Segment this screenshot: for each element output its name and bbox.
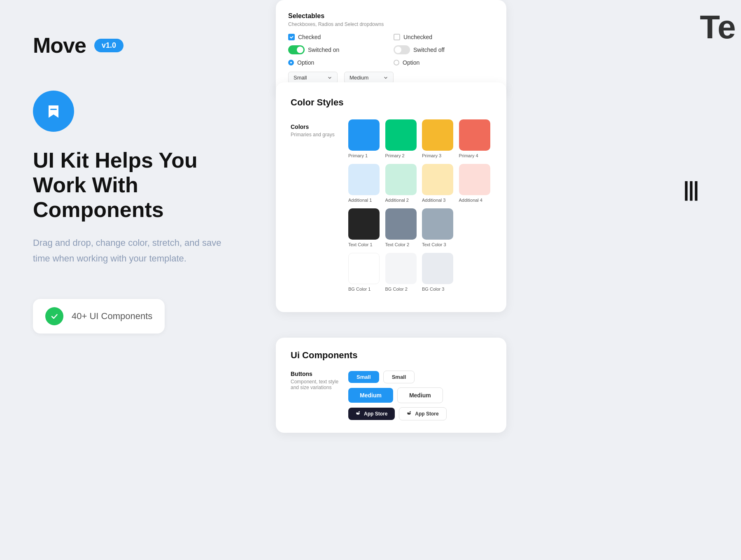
bg-color-3-swatch [422,253,453,284]
swatch-additional-2: Additional 2 [385,164,418,203]
bg-color-1-label: BG Color 1 [348,287,370,292]
additional-1-label: Additional 1 [348,198,372,203]
btn-primary-medium[interactable]: Medium [348,388,393,403]
swatch-text-3: Text Color 3 [422,208,455,247]
text-color-2-swatch [385,208,417,240]
additional-4-swatch [459,164,490,195]
illo-text: ||| [683,177,733,201]
colors-section-title: Colors [291,124,340,130]
primary-4-swatch [459,119,490,151]
selectable-unchecked: Unchecked [394,34,494,40]
selectables-title: Selectables [288,12,494,20]
radio-filled-icon[interactable] [288,60,294,65]
selectables-card: Selectables Checkboxes, Radios and Selec… [276,0,506,96]
option-label-2: Option [403,59,419,66]
additional-3-label: Additional 3 [422,198,446,203]
swatch-additional-3: Additional 3 [422,164,455,203]
selectables-subtitle: Checkboxes, Radios and Select dropdowns [288,21,494,27]
apple-icon-2 [407,411,412,417]
btn-primary-small[interactable]: Small [348,371,379,383]
hero-heading: UI Kit Helps You Work With Components [33,148,231,222]
icon-circle [33,91,74,132]
hero-subtext: Drag and drop, change color, stretch, an… [33,235,231,266]
selectable-radio-option2: Option [394,59,494,66]
btn-row-medium: Medium Medium [348,387,492,403]
components-label: 40+ UI Components [72,311,152,322]
swatch-primary-3: Primary 3 [422,119,455,158]
check-icon [50,312,59,321]
option-label-1: Option [297,59,314,66]
selectables-grid: Checked Unchecked Switched on Switched o… [288,34,494,66]
components-badge: 40+ UI Components [33,299,165,334]
ui-components-card: Ui Components Buttons Component, text st… [276,338,506,433]
additional-3-swatch [422,164,453,195]
btn-appstore-outline[interactable]: App Store [399,407,446,420]
ui-components-title: Ui Components [291,350,492,361]
checkbox-empty-icon[interactable] [394,34,400,40]
colors-section-sub: Primaries and grays [291,132,340,138]
btn-row-appstore: App Store App Store [348,407,492,420]
switched-on-label: Switched on [308,47,339,53]
colors-label-col: Colors Primaries and grays [291,119,340,297]
select-small[interactable]: Small [288,72,338,84]
swatch-bg-1: BG Color 1 [348,253,381,292]
toggle-on-icon[interactable] [288,45,305,54]
swatch-primary-1: Primary 1 [348,119,381,158]
colors-section: Colors Primaries and grays Primary 1 Pri… [291,119,492,297]
primary-1-label: Primary 1 [348,153,368,158]
far-right-partial-text: Te [700,8,741,46]
logo-row: Move v1.0 [33,33,231,58]
checkbox-checked-icon[interactable] [288,34,295,40]
text-color-3-label: Text Color 3 [422,242,446,247]
selectable-switched-off: Switched off [394,45,494,54]
primary-3-swatch [422,119,453,151]
btn-outline-medium[interactable]: Medium [397,387,443,403]
primary-2-label: Primary 2 [385,153,405,158]
bg-color-3-label: BG Color 3 [422,287,444,292]
selectable-radio-option1: Option [288,59,389,66]
swatch-additional-1: Additional 1 [348,164,381,203]
swatch-text-1: Text Color 1 [348,208,381,247]
swatch-bg-2: BG Color 2 [385,253,418,292]
buttons-section-title: Buttons [291,371,340,377]
additional-2-label: Additional 2 [385,198,409,203]
primary-4-label: Primary 4 [459,153,478,158]
primary-3-label: Primary 3 [422,153,441,158]
bg-color-1-swatch [348,253,380,284]
primary-2-swatch [385,119,417,151]
select-dropdowns: Small Medium [288,72,494,84]
chevron-down-icon [327,75,332,80]
text-color-1-swatch [348,208,380,240]
apple-icon [356,411,361,417]
btn-outline-small[interactable]: Small [383,371,415,383]
partial-label: Te [700,9,736,45]
text-color-1-label: Text Color 1 [348,242,373,247]
swatch-additional-4: Additional 4 [459,164,492,203]
colors-grid-col: Primary 1 Primary 2 Primary 3 Primary 4 [348,119,492,297]
check-circle-icon [45,307,63,325]
swatch-primary-4: Primary 4 [459,119,492,158]
toggle-off-icon[interactable] [394,45,410,54]
text-color-2-label: Text Color 2 [385,242,410,247]
primary-1-swatch [348,119,380,151]
checked-label: Checked [298,34,321,40]
radio-empty-icon[interactable] [394,60,399,65]
version-badge: v1.0 [94,39,124,52]
btn-appstore-primary[interactable]: App Store [348,408,395,420]
additional-1-swatch [348,164,380,195]
color-styles-title: Color Styles [291,97,492,108]
selectable-checked: Checked [288,34,389,40]
text-color-3-swatch [422,208,453,240]
buttons-section-sub: Component, text style and size variation… [291,379,340,390]
svg-rect-0 [50,109,57,110]
bg-colors-row: BG Color 1 BG Color 2 BG Color 3 [348,253,492,292]
select-medium-value: Medium [350,75,368,81]
buttons-col: Small Small Medium Medium App Store [348,371,492,420]
primary-colors-row: Primary 1 Primary 2 Primary 3 Primary 4 [348,119,492,158]
far-right-illustration: ||| [683,177,733,231]
bg-color-2-swatch [385,253,417,284]
swatch-text-2: Text Color 2 [385,208,418,247]
bg-color-2-label: BG Color 2 [385,287,408,292]
select-medium[interactable]: Medium [344,72,394,84]
btn-row-small: Small Small [348,371,492,383]
